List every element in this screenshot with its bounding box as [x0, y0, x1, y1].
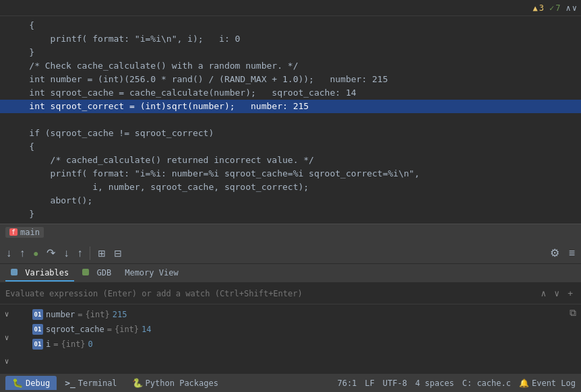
- f-badge: f: [9, 228, 18, 236]
- variable-item[interactable]: 01 sqroot_cache = {int} 14: [13, 322, 565, 337]
- status-right: 76:1 LF UTF-8 4 spaces C: cache.c 🔔 Even…: [337, 379, 576, 388]
- code-line: printf( format: "i=%i: number=%i sqroot_…: [0, 167, 581, 181]
- btn-down-arrow[interactable]: ↓: [3, 246, 15, 261]
- code-line-text: {: [0, 140, 576, 154]
- copy-btn[interactable]: ⧉: [568, 306, 578, 320]
- var-name: number: [46, 310, 75, 319]
- encoding: UTF-8: [383, 379, 407, 388]
- watch-expression-input[interactable]: [5, 289, 539, 298]
- tab-memory[interactable]: Memory View: [119, 265, 183, 282]
- watch-input-row: ∧ ∨ +: [0, 283, 581, 304]
- code-line-text: printf( format: "i=%i\n", i); i: 0: [0, 32, 576, 46]
- code-line-text: {: [0, 19, 576, 32]
- debug-content: ∧ ∨ + ∨ ∨ ∨ 01 number = {int} 215 01 sqr…: [0, 283, 581, 373]
- var-type: {int}: [115, 325, 139, 334]
- top-bar: ▲ 3 ✓ 7 ∧ ∨: [0, 0, 581, 16]
- ok-badge[interactable]: ✓ 7: [549, 3, 560, 13]
- var-type-icon: 01: [32, 309, 43, 320]
- python-packages-icon: 🐍: [132, 378, 143, 388]
- tab-gdb[interactable]: GDB: [77, 265, 117, 282]
- watch-down-btn[interactable]: ∨: [551, 287, 562, 300]
- code-line-text: if (sqroot_cache != sqroot_correct): [0, 127, 576, 140]
- tab-variables[interactable]: Variables: [5, 265, 74, 282]
- file-info: C: cache.c: [462, 379, 511, 388]
- variables-panel: 01 number = {int} 215 01 sqroot_cache = …: [13, 304, 565, 373]
- btn-up-arrow[interactable]: ↑: [16, 246, 28, 261]
- btn-step-into[interactable]: ↓: [60, 246, 72, 261]
- collapse-btn-1[interactable]: ∨: [5, 310, 9, 319]
- code-line-text: i, number, sqroot_cache, sqroot_correct)…: [0, 181, 576, 194]
- nav-down-btn[interactable]: ∨: [572, 3, 577, 13]
- top-icons: ▲ 3 ✓ 7 ∧ ∨: [533, 3, 577, 13]
- warning-icon: ▲: [533, 3, 538, 13]
- nav-up-btn[interactable]: ∧: [566, 3, 571, 13]
- var-value: 14: [142, 325, 151, 334]
- code-line: /* cached_calculate() returned incorrect…: [0, 154, 581, 167]
- status-bar: 🐛 Debug >_ Terminal 🐍 Python Packages 76…: [0, 373, 581, 392]
- variables-icon: [11, 269, 18, 275]
- toolbar-right: ⚙ ≡: [547, 246, 578, 261]
- function-tag: f main: [5, 227, 44, 238]
- btn-columns[interactable]: ⊟: [111, 247, 125, 260]
- code-line-text: }: [0, 46, 576, 59]
- code-line: if (sqroot_cache != sqroot_correct): [0, 127, 581, 140]
- warning-badge[interactable]: ▲ 3: [533, 3, 544, 13]
- code-line-text: int sqroot_correct = (int)sqrt(number); …: [0, 100, 576, 113]
- code-line-text: int number = (int)(256.0 * rand() / (RAN…: [0, 73, 576, 86]
- watch-input-icons: ∧ ∨ +: [539, 287, 576, 300]
- variable-item[interactable]: 01 number = {int} 215: [13, 307, 565, 322]
- var-equals: =: [78, 310, 82, 319]
- code-line: i, number, sqroot_cache, sqroot_correct)…: [0, 181, 581, 194]
- tab-terminal-status[interactable]: >_ Terminal: [58, 376, 123, 390]
- variable-item[interactable]: 01 i = {int} 0: [13, 337, 565, 352]
- var-type: {int}: [86, 310, 110, 319]
- code-line: int sqroot_cache = cache_calculate(numbe…: [0, 86, 581, 100]
- btn-resume[interactable]: ●: [30, 247, 42, 260]
- var-value: 0: [88, 339, 93, 349]
- code-line-text: int sqroot_cache = cache_calculate(numbe…: [0, 86, 576, 100]
- code-line: }: [0, 46, 581, 59]
- btn-table[interactable]: ⊞: [94, 247, 109, 260]
- function-bar: f main: [0, 224, 581, 240]
- var-value: 215: [113, 310, 127, 319]
- tab-python-packages[interactable]: 🐍 Python Packages: [125, 376, 225, 390]
- var-equals: =: [53, 339, 58, 349]
- code-line: printf( format: "i=%i\n", i); i: 0: [0, 32, 581, 46]
- debug-status-icon: 🐛: [12, 378, 23, 388]
- var-name: i: [46, 339, 51, 349]
- code-line: abort();: [0, 194, 581, 207]
- debug-row: ∨ ∨ ∨ 01 number = {int} 215 01 sqroot_ca…: [0, 304, 581, 373]
- code-line-text: abort();: [0, 194, 576, 207]
- code-line: {: [0, 140, 581, 154]
- watch-add-btn[interactable]: +: [565, 287, 576, 300]
- code-line: }: [0, 207, 581, 221]
- toolbar-sep: [90, 247, 90, 260]
- var-equals: =: [107, 325, 112, 334]
- ok-icon: ✓: [549, 3, 554, 13]
- btn-step-over[interactable]: ↷: [43, 246, 59, 261]
- collapse-btn-3[interactable]: ∨: [5, 357, 9, 366]
- status-tabs: 🐛 Debug >_ Terminal 🐍 Python Packages: [5, 376, 225, 390]
- event-log-icon: 🔔: [519, 379, 529, 388]
- event-log-btn[interactable]: 🔔 Event Log: [519, 379, 576, 388]
- code-line-text: }: [0, 207, 576, 221]
- function-name: main: [20, 228, 40, 237]
- right-panel: ⧉: [565, 304, 581, 373]
- debug-tabs: Variables GDB Memory View: [0, 264, 581, 283]
- line-ending: LF: [365, 379, 374, 388]
- var-type: {int}: [61, 339, 85, 349]
- nav-arrows: ∧ ∨: [566, 3, 577, 13]
- btn-step-out[interactable]: ↑: [73, 246, 86, 261]
- code-line-text: printf( format: "i=%i: number=%i sqroot_…: [0, 167, 576, 181]
- debug-toolbar: ↓ ↑ ● ↷ ↓ ↑ ⊞ ⊟ ⚙ ≡: [0, 242, 581, 264]
- var-name: sqroot_cache: [46, 325, 104, 334]
- settings-btn[interactable]: ⚙: [547, 246, 563, 261]
- var-type-icon: 01: [32, 324, 43, 335]
- watch-up-btn[interactable]: ∧: [539, 287, 549, 300]
- code-line-text: /* cached_calculate() returned incorrect…: [0, 154, 576, 167]
- menu-btn[interactable]: ≡: [565, 246, 578, 261]
- code-line: int number = (int)(256.0 * rand() / (RAN…: [0, 73, 581, 86]
- tab-debug-status[interactable]: 🐛 Debug: [5, 376, 57, 390]
- ok-count: 7: [555, 3, 560, 13]
- collapse-btn-2[interactable]: ∨: [5, 333, 9, 342]
